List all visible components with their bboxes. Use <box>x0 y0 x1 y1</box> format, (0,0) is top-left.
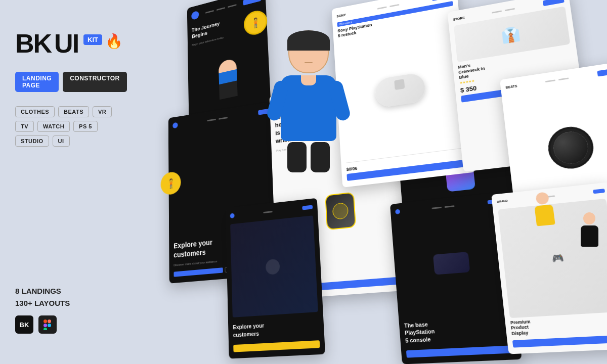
left-panel: BK UI KIT 🔥 LANDING PAGE CONSTRUCTOR CLO… <box>15 30 126 157</box>
char-floating-right <box>529 191 559 229</box>
char-floating-top: 🧍 <box>243 9 268 36</box>
mock-button-6 <box>543 0 565 6</box>
svg-rect-1 <box>48 320 51 323</box>
tag-tv[interactable]: TV <box>15 121 34 132</box>
card-explore-bottom: Explore yourcustomers <box>226 198 325 359</box>
tag-row: TVWATCHPS 5 <box>15 121 126 132</box>
mock-logo-dot-9 <box>395 209 400 214</box>
tag-row: STUDIOUI <box>15 135 126 147</box>
char-head <box>288 30 329 73</box>
mock-button-11 <box>593 189 605 194</box>
mock-logo-dot-3 <box>274 100 280 106</box>
char-hair <box>287 30 330 51</box>
mock-brand-clothes: STORE <box>453 16 465 21</box>
badge-constructor[interactable]: CONSTRUCTOR <box>63 72 127 92</box>
brand-icon-bk: BK <box>15 315 33 334</box>
mock-button-5 <box>431 0 452 1</box>
tag-studio[interactable]: STUDIO <box>15 135 49 147</box>
mock-button-8 <box>302 205 313 210</box>
tags-container: CLOTHESBEATSVRTVWATCHPS 5STUDIOUI <box>15 106 126 147</box>
stats-layouts: 130+ LAYOUTS <box>15 297 70 309</box>
badge-row: LANDING PAGE CONSTRUCTOR <box>15 72 126 92</box>
brand-icon-figma <box>38 315 57 334</box>
watch-shape <box>325 192 356 230</box>
mock-logo-dot-8 <box>230 213 235 218</box>
svg-rect-0 <box>44 320 47 323</box>
logo: BK UI KIT 🔥 <box>15 30 126 57</box>
tag-row: CLOTHESBEATSVR <box>15 106 126 117</box>
mock-button <box>243 0 261 6</box>
mock-logo-dot-2 <box>172 122 178 129</box>
badge-landing-page[interactable]: LANDING PAGE <box>15 72 59 92</box>
card-explore-bottom-title: Explore yourcustomers <box>233 318 319 339</box>
logo-ui: UI <box>54 30 78 57</box>
beats-shape <box>551 130 590 166</box>
person-figure <box>219 58 238 100</box>
char-floating-mid: 🧍 <box>161 171 181 196</box>
char-collar <box>301 75 316 85</box>
svg-point-4 <box>48 324 51 327</box>
tag-watch[interactable]: WATCH <box>37 121 70 132</box>
fire-icon: 🔥 <box>105 33 123 50</box>
tag-ps-5[interactable]: PS 5 <box>73 121 98 132</box>
tag-ui[interactable]: UI <box>53 135 70 147</box>
mock-cta-bottom <box>233 340 320 352</box>
mock-brand-beats: BEATS <box>505 84 517 89</box>
logo-bk: BK <box>15 30 51 57</box>
ps5-shape <box>374 72 426 108</box>
mock-brand-bottom: BRAND <box>497 199 508 203</box>
mock-button-7 <box>597 68 607 76</box>
stats-landings: 8 LANDINGS <box>15 285 70 297</box>
mock-cta-light <box>512 335 607 347</box>
tag-clothes[interactable]: CLOTHES <box>15 106 55 117</box>
mock-circle <box>266 258 280 275</box>
brand-icons-row: BK <box>15 315 70 334</box>
card-ps5base-title: The basePlayStation5 console <box>404 315 514 344</box>
tag-vr[interactable]: VR <box>93 106 112 117</box>
char-dark-bottom <box>577 212 602 248</box>
logo-kit: KIT <box>83 34 102 45</box>
mockup-area: The JourneyBegins Begin your adventure t… <box>121 0 607 364</box>
mock-small-btn-1 <box>174 267 223 277</box>
mock-button-2 <box>258 108 271 115</box>
mock-cta-ps5base <box>406 345 516 358</box>
svg-rect-2 <box>44 324 47 327</box>
mock-logo-dot <box>191 11 199 21</box>
mock-product-img <box>433 251 470 275</box>
svg-rect-3 <box>44 328 47 330</box>
mock-brand-sony: SONY <box>336 13 345 18</box>
stats-section: 8 LANDINGS 130+ LAYOUTS BK <box>15 285 70 334</box>
tag-beats[interactable]: BEATS <box>58 106 89 117</box>
